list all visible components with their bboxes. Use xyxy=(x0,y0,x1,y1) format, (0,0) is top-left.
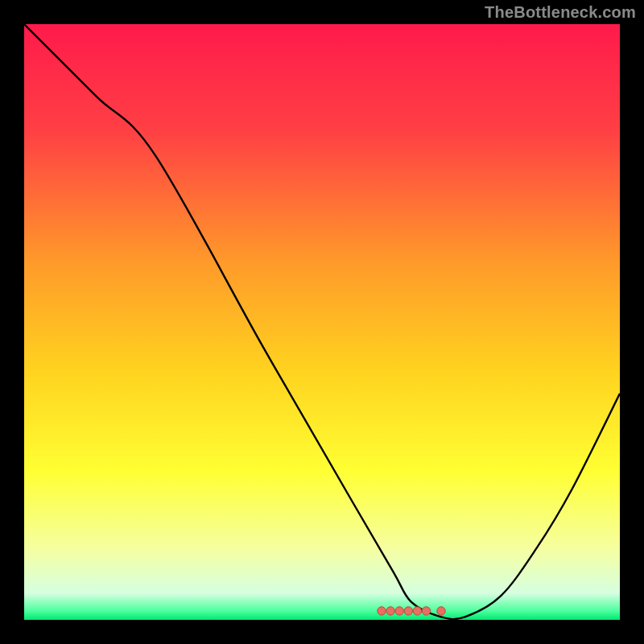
target-marker xyxy=(422,607,430,615)
target-marker xyxy=(413,607,421,615)
gradient-background xyxy=(24,24,620,620)
target-marker xyxy=(437,607,445,615)
plot-area xyxy=(24,24,620,620)
plot-svg xyxy=(24,24,620,620)
target-marker xyxy=(395,607,403,615)
target-marker xyxy=(378,607,386,615)
chart-frame: TheBottleneck.com xyxy=(0,0,644,644)
watermark-text: TheBottleneck.com xyxy=(485,3,636,22)
target-marker xyxy=(386,607,394,615)
target-marker xyxy=(404,607,412,615)
